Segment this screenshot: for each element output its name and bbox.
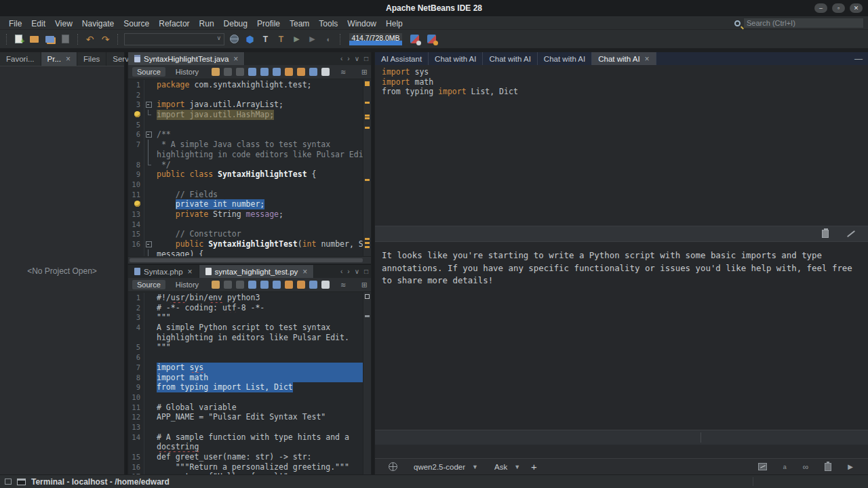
notifications-icon[interactable] [427,35,436,43]
line-number-gutter[interactable]: 11 [128,403,144,413]
warning-bulb-icon[interactable] [134,111,140,117]
menu-item-edit[interactable]: Edit [26,19,50,28]
forward-icon[interactable] [236,68,244,76]
toggle-comment-icon[interactable] [321,68,330,76]
forward-icon[interactable] [236,281,244,289]
profile-project-button[interactable]: ◖ [322,34,334,45]
line-number-gutter[interactable]: 14 [128,432,144,443]
menu-item-debug[interactable]: Debug [219,19,252,28]
maximize-editor-icon[interactable]: □ [364,268,368,275]
redo-button[interactable]: ↷ [100,34,111,45]
code-line[interactable]: message) { [128,249,363,256]
insert-code-icon[interactable] [758,463,767,470]
menu-item-file[interactable]: File [4,19,26,28]
code-line[interactable]: import java.util.HashMap; [128,110,363,120]
code-line[interactable]: 14# A sample function with type hints an… [128,432,363,443]
source-view-button[interactable]: Source [132,67,165,77]
line-number-gutter[interactable]: 12 [128,412,144,422]
line-number-gutter[interactable]: 4 [128,323,144,333]
tab-chat-with-ai[interactable]: Chat with AI× [592,52,656,65]
clean-build-button[interactable]: T [275,34,287,45]
chat-input[interactable] [375,430,868,445]
menu-item-run[interactable]: Run [195,19,219,28]
next-document-icon[interactable]: › [347,268,349,275]
menu-item-profile[interactable]: Profile [252,19,285,28]
tab-chat-with-ai[interactable]: Chat with AI [538,52,592,65]
line-number-gutter[interactable]: 7 [128,140,144,150]
java-error-stripe[interactable] [363,79,371,256]
line-number-gutter[interactable]: 5 [128,120,144,130]
java-horizontal-scrollbar[interactable] [128,256,371,264]
tab-close-icon[interactable]: × [645,54,650,64]
menu-item-help[interactable]: Help [381,19,408,28]
menu-item-window[interactable]: Window [342,19,381,28]
undo-button[interactable]: ↶ [84,34,96,45]
tab-close-icon[interactable]: × [233,54,238,64]
toggle-comment-icon[interactable] [321,281,330,289]
prev-document-icon[interactable]: ‹ [340,268,342,275]
line-number-gutter[interactable] [128,442,144,452]
build-project-button[interactable]: T [260,34,271,45]
code-line[interactable]: 16 """Return a personalized greeting.""" [128,462,363,472]
save-all-button[interactable] [60,34,71,45]
next-occurrence-icon[interactable] [273,281,281,289]
code-fold-toggle-icon[interactable] [144,100,153,110]
code-line[interactable]: 15 // Constructor [128,229,363,239]
python-code-area[interactable]: 1#!/usr/bin/env python32# -*- coding: ut… [128,292,371,474]
code-line[interactable]: import math [378,77,868,87]
code-line[interactable]: 2 [128,90,363,100]
tab-close-icon[interactable]: × [302,267,307,277]
new-project-button[interactable] [28,34,40,45]
code-line[interactable]: 9public class SyntaxHighlightTest { [128,169,363,180]
code-line[interactable]: 6/** [128,129,363,140]
code-line[interactable]: 8 */ [128,160,363,170]
line-number-gutter[interactable]: 6 [128,129,144,140]
line-number-gutter[interactable]: 5 [128,342,144,352]
line-number-gutter[interactable] [128,333,144,343]
menu-item-tools[interactable]: Tools [314,19,342,28]
previous-bookmark-icon[interactable] [297,281,305,289]
line-number-gutter[interactable]: 8 [128,160,144,170]
source-view-button[interactable]: Source [132,280,165,289]
toggle-highlight-icon[interactable] [285,68,293,76]
line-number-gutter[interactable]: 2 [128,90,144,100]
split-editor-icon[interactable]: ⊞ [361,68,368,77]
line-number-gutter[interactable]: 10 [128,180,144,190]
line-number-gutter[interactable]: 10 [128,392,144,403]
code-line[interactable]: import sys [378,67,868,77]
code-line[interactable]: 1package com.syntaxhighlight.test; [128,80,363,90]
line-number-gutter[interactable]: 9 [128,382,144,392]
find-selection-icon[interactable] [248,68,256,76]
line-number-gutter[interactable] [128,150,144,160]
code-line[interactable]: 10 [128,180,363,190]
code-line[interactable]: 11# Global variable [128,403,363,413]
tab-chat-with-ai[interactable]: Chat with AI [483,52,537,65]
previous-bookmark-icon[interactable] [297,68,305,76]
globe-icon[interactable] [389,462,397,471]
toggle-highlight-icon[interactable] [285,281,293,289]
line-number-gutter[interactable] [128,110,144,120]
next-occurrence-icon[interactable] [273,68,281,76]
configuration-select[interactable] [124,33,224,45]
line-number-gutter[interactable]: 1 [128,293,144,303]
more-actions-icon[interactable]: ≋ [340,68,346,76]
line-number-gutter[interactable]: 3 [128,312,144,323]
menu-item-navigate[interactable]: Navigate [77,19,119,28]
code-line[interactable]: 4A simple Python script to test syntax [128,323,363,333]
more-actions-icon[interactable]: ≋ [340,281,346,289]
previous-occurrence-icon[interactable] [260,68,269,76]
prev-document-icon[interactable]: ‹ [340,55,342,62]
menu-item-source[interactable]: Source [119,19,154,28]
warning-bulb-icon[interactable] [134,201,140,207]
code-line[interactable]: 10 [128,392,363,403]
code-line[interactable]: 3""" [128,312,363,323]
code-line[interactable]: 11 // Fields [128,190,363,200]
line-number-gutter[interactable]: 3 [128,100,144,110]
memory-indicator[interactable]: 414.7/728.0MB [349,33,402,45]
line-number-gutter[interactable]: 15 [128,452,144,462]
menu-item-team[interactable]: Team [285,19,314,28]
history-view-button[interactable]: History [171,67,203,77]
code-line[interactable]: highlighting in editors like Pulsar Edit… [128,333,363,343]
projects-panel-body[interactable]: <No Project Open> [0,66,124,474]
next-document-icon[interactable]: › [347,55,349,62]
